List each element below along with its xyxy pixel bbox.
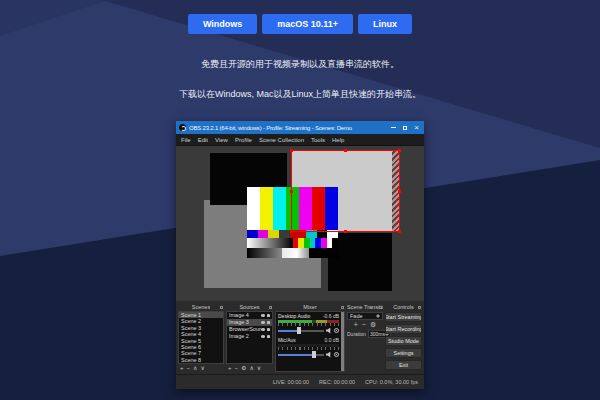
- remove-source-button[interactable]: −: [235, 364, 239, 372]
- menu-help[interactable]: Help: [332, 137, 344, 143]
- start-recording-button[interactable]: Start Recording: [385, 324, 422, 334]
- preview-canvas[interactable]: [176, 146, 424, 301]
- sources-dock-title: Sources: [239, 304, 259, 310]
- transition-select[interactable]: Fade: [347, 312, 383, 320]
- window-titlebar[interactable]: OBS 23.2.1 (64-bit, windows) - Profile: …: [176, 121, 424, 134]
- status-bar: LIVE: 00:00:00 REC: 00:00:00 CPU: 0.0%, …: [176, 374, 424, 389]
- settings-button[interactable]: Settings: [385, 348, 422, 358]
- channel-gear-icon[interactable]: [334, 328, 339, 333]
- transition-properties-gear-button[interactable]: ⚙: [370, 321, 376, 329]
- status-live-time: LIVE: 00:00:00: [273, 379, 309, 385]
- add-transition-button[interactable]: +: [354, 321, 358, 329]
- selection-handle[interactable]: [290, 230, 293, 233]
- scenes-list: Scene 1 Scene 2 Scene 3 Scene 4 Scene 5 …: [178, 311, 224, 364]
- window-controls: ×: [391, 125, 421, 131]
- selection-handle[interactable]: [398, 149, 401, 152]
- mixer-scrollbar[interactable]: [341, 312, 344, 371]
- exit-button[interactable]: Exit: [385, 360, 422, 370]
- lock-icon[interactable]: [267, 314, 270, 317]
- lock-icon[interactable]: [267, 335, 270, 338]
- add-source-button[interactable]: +: [228, 364, 232, 372]
- channel-level-db: -0.6 dB: [323, 313, 339, 319]
- dock-float-icon[interactable]: [220, 306, 223, 309]
- maximize-icon[interactable]: [403, 126, 407, 130]
- meter-tick-scale: [278, 323, 339, 326]
- volume-slider[interactable]: [278, 354, 324, 356]
- mixer-dock: Mixer Desktop Audio -0.6 dB: [275, 303, 345, 372]
- source-list-item[interactable]: Image 2: [227, 333, 272, 340]
- volume-slider[interactable]: [278, 330, 324, 332]
- selection-outline[interactable]: [291, 150, 400, 232]
- menu-view[interactable]: View: [215, 137, 228, 143]
- download-windows-button[interactable]: Windows: [188, 14, 257, 34]
- sources-dock: Sources Image 4 Image 3 Brow: [226, 303, 273, 372]
- move-scene-up-button[interactable]: ∧: [193, 364, 197, 372]
- move-source-down-button[interactable]: ∨: [257, 364, 261, 372]
- start-streaming-button[interactable]: Start Streaming: [385, 312, 422, 322]
- menu-edit[interactable]: Edit: [198, 137, 208, 143]
- menu-file[interactable]: File: [181, 137, 191, 143]
- studio-mode-button[interactable]: Studio Mode: [385, 336, 422, 346]
- obs-logo-icon: [179, 124, 186, 131]
- channel-name: Desktop Audio: [278, 313, 310, 319]
- source-list-item[interactable]: Image 4: [227, 312, 272, 319]
- speaker-mute-icon[interactable]: [326, 352, 332, 358]
- visibility-eye-icon[interactable]: [261, 321, 265, 324]
- status-rec-time: REC: 00:00:00: [319, 379, 355, 385]
- tagline-line-1: 免费且开源的用于视频录制以及直播串流的软件。: [0, 58, 600, 71]
- mixer-channel-desktop-audio: Desktop Audio -0.6 dB: [278, 313, 339, 334]
- controls-dock: Controls Start Streaming Start Recording…: [385, 303, 422, 372]
- channel-gear-icon[interactable]: [334, 352, 339, 357]
- menu-bar: File Edit View Profile Scene Collection …: [176, 134, 424, 146]
- test-pattern-bottom-row: [247, 248, 338, 258]
- volume-slider-handle[interactable]: [312, 351, 316, 358]
- meter-tick-scale: [278, 347, 339, 350]
- remove-scene-button[interactable]: −: [187, 364, 191, 372]
- dock-float-icon[interactable]: [341, 306, 344, 309]
- selection-handle[interactable]: [398, 230, 401, 233]
- visibility-eye-icon[interactable]: [261, 328, 265, 331]
- add-scene-button[interactable]: +: [180, 364, 184, 372]
- scenes-dock-title: Scenes: [192, 304, 210, 310]
- duration-label: Duration: [347, 331, 366, 337]
- dock-float-icon[interactable]: [379, 306, 382, 309]
- mixer-channel-mic-aux: Mic/Aux 0.0 dB: [278, 337, 339, 358]
- download-buttons-row: Windows macOS 10.11+ Linux: [0, 14, 600, 34]
- minimize-icon[interactable]: [391, 127, 396, 128]
- status-cpu-fps: CPU: 0.0%, 30.00 fps: [365, 379, 418, 385]
- selection-handle[interactable]: [290, 149, 293, 152]
- menu-tools[interactable]: Tools: [311, 137, 325, 143]
- selection-handle[interactable]: [344, 149, 347, 152]
- remove-transition-button[interactable]: −: [362, 321, 366, 329]
- download-linux-button[interactable]: Linux: [358, 14, 412, 34]
- speaker-mute-icon[interactable]: [326, 328, 332, 334]
- selection-handle[interactable]: [290, 190, 293, 193]
- selection-handle[interactable]: [398, 190, 401, 193]
- visibility-eye-icon[interactable]: [261, 335, 265, 338]
- download-macos-button[interactable]: macOS 10.11+: [262, 14, 353, 34]
- selection-handle[interactable]: [344, 230, 347, 233]
- dock-area: Scenes Scene 1 Scene 2 Scene 3 Scene 4 S…: [176, 301, 424, 374]
- lock-icon[interactable]: [267, 321, 270, 324]
- lock-icon[interactable]: [267, 328, 270, 331]
- menu-scene-collection[interactable]: Scene Collection: [259, 137, 304, 143]
- visibility-eye-icon[interactable]: [261, 314, 265, 317]
- volume-slider-handle[interactable]: [297, 327, 301, 334]
- test-pattern-gradient-row: [247, 238, 338, 248]
- mixer-dock-title: Mixer: [303, 304, 316, 310]
- close-icon[interactable]: ×: [414, 125, 419, 131]
- source-list-item[interactable]: BrowserSource: [227, 326, 272, 333]
- dock-float-icon[interactable]: [418, 306, 421, 309]
- scene-list-item[interactable]: Scene 9: [179, 363, 223, 364]
- source-list-item[interactable]: Image 3: [227, 319, 272, 326]
- tagline-line-2: 下载以在Windows, Mac以及Linux上简单且快速的开始串流。: [0, 88, 600, 101]
- scenes-dock: Scenes Scene 1 Scene 2 Scene 3 Scene 4 S…: [178, 303, 224, 372]
- source-properties-gear-button[interactable]: ⚙: [241, 364, 246, 372]
- channel-name: Mic/Aux: [278, 337, 296, 343]
- menu-profile[interactable]: Profile: [235, 137, 252, 143]
- select-spinner-icon[interactable]: [376, 314, 380, 319]
- move-source-up-button[interactable]: ∧: [249, 364, 253, 372]
- transitions-dock-title: Scene Transitions: [347, 304, 383, 310]
- move-scene-down-button[interactable]: ∨: [200, 364, 204, 372]
- dock-float-icon[interactable]: [269, 306, 272, 309]
